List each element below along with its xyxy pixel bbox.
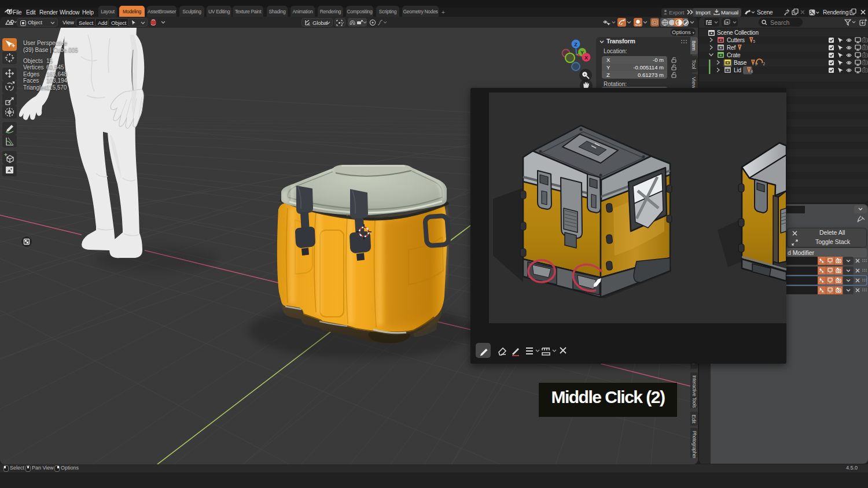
svg-text:4: 4 <box>751 69 753 73</box>
svg-text:Base: Base <box>734 60 747 66</box>
svg-text:2: 2 <box>763 62 766 66</box>
svg-text:Z: Z <box>574 42 578 47</box>
svg-text:Cutters: Cutters <box>727 37 745 43</box>
svg-text:5: 5 <box>753 39 756 43</box>
svg-text:Crate: Crate <box>727 52 741 58</box>
svg-text:Lid: Lid <box>734 67 741 73</box>
svg-text:Ref: Ref <box>727 45 735 51</box>
svg-text:X: X <box>584 55 588 61</box>
svg-text:Scene Collection: Scene Collection <box>717 29 759 36</box>
